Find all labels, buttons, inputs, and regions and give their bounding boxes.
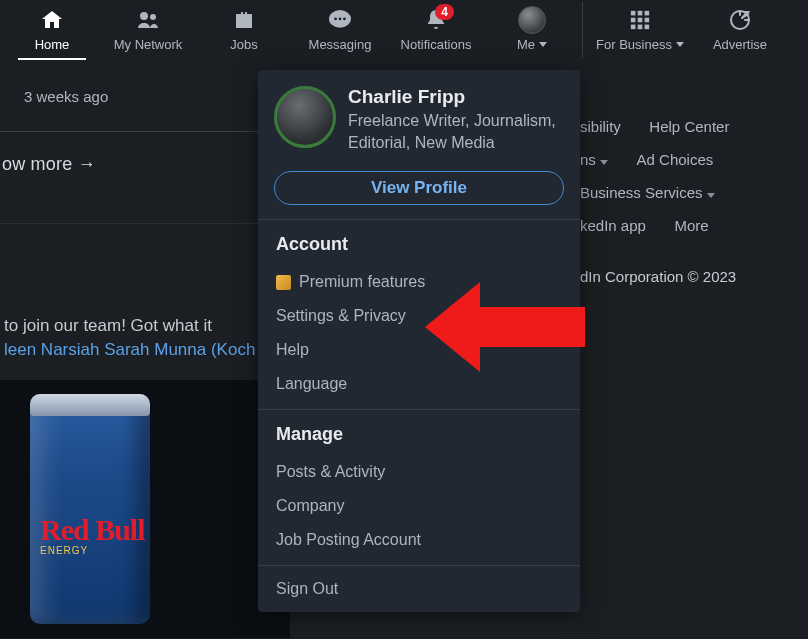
copyright-text: dIn Corporation © 2023 [580,242,736,285]
menu-settings-privacy[interactable]: Settings & Privacy [276,299,562,333]
nav-jobs[interactable]: Jobs [196,0,292,58]
nav-business[interactable]: For Business [585,0,695,58]
footer-link[interactable]: Business Services [580,184,715,201]
profile-name: Charlie Fripp [348,86,564,108]
footer-link[interactable]: kedIn app [580,217,646,234]
svg-point-3 [334,17,337,20]
nav-advertise[interactable]: Advertise [695,0,785,58]
view-profile-button[interactable]: View Profile [274,171,564,205]
svg-point-0 [140,12,148,20]
profile-avatar [274,86,336,148]
nav-label: Notifications [401,37,472,52]
network-icon [135,7,161,33]
svg-rect-6 [631,10,636,15]
nav-messaging[interactable]: Messaging [292,0,388,58]
menu-language[interactable]: Language [276,367,562,401]
post-line: to join our team! Got what it [4,316,212,335]
top-nav: Home My Network Jobs Messaging 4 Notific… [0,0,808,68]
svg-rect-11 [645,17,650,22]
svg-rect-8 [645,10,650,15]
footer-link[interactable]: Help Center [649,118,729,135]
nav-divider [582,2,583,58]
footer-link[interactable]: More [674,217,708,234]
nav-label: Me [517,37,547,52]
manage-section: Manage Posts & Activity Company Job Post… [258,410,580,565]
svg-rect-14 [645,24,650,29]
chevron-down-icon [676,42,684,47]
nav-label: Messaging [309,37,372,52]
svg-point-5 [343,17,346,20]
post-text: to join our team! Got what it leen Narsi… [0,224,290,362]
product-can: Red Bull ENERGY [30,394,150,624]
section-heading: Manage [276,424,562,445]
footer-link[interactable]: ns [580,151,608,168]
nav-me[interactable]: Me [484,0,580,58]
chevron-down-icon [707,193,715,198]
profile-headline: Freelance Writer, Journalism, Editorial,… [348,110,564,153]
can-brand: Red Bull [30,513,150,547]
briefcase-icon [231,7,257,33]
section-heading: Account [276,234,562,255]
nav-label: My Network [114,37,183,52]
svg-rect-9 [631,17,636,22]
menu-company[interactable]: Company [276,489,562,523]
menu-posts-activity[interactable]: Posts & Activity [276,455,562,489]
footer-links: sibility Help Center ns Ad Choices Busin… [580,110,736,285]
account-section: Account Premium features Settings & Priv… [258,220,580,409]
chevron-down-icon [600,160,608,165]
post-image[interactable]: Red Bull ENERGY [0,380,290,638]
nav-network[interactable]: My Network [100,0,196,58]
can-tagline: ENERGY [40,545,88,556]
nav-label: Advertise [713,37,767,52]
nav-label: Jobs [230,37,257,52]
menu-help[interactable]: Help [276,333,562,367]
target-icon [728,7,752,33]
show-more-button[interactable]: ow more → [0,132,290,197]
svg-point-4 [339,17,342,20]
avatar-icon [518,7,546,33]
footer-link[interactable]: sibility [580,118,621,135]
nav-label: For Business [596,37,684,52]
home-icon [39,7,65,33]
post-mention-link[interactable]: leen Narsiah Sarah Munna (Koch [4,340,255,359]
nav-label: Home [35,37,70,52]
menu-premium[interactable]: Premium features [276,265,562,299]
svg-point-1 [150,14,156,20]
svg-rect-7 [638,10,643,15]
notification-badge: 4 [435,4,454,20]
nav-home[interactable]: Home [4,0,100,58]
chevron-down-icon [539,42,547,47]
footer-link[interactable]: Ad Choices [637,151,714,168]
dropdown-header[interactable]: Charlie Fripp Freelance Writer, Journali… [258,70,580,165]
me-dropdown: Charlie Fripp Freelance Writer, Journali… [258,70,580,612]
feed-fragment: 3 weeks ago ow more → to join our team! … [0,68,290,638]
post-timestamp: 3 weeks ago [0,68,290,105]
svg-rect-12 [631,24,636,29]
grid-icon [629,7,651,33]
menu-sign-out[interactable]: Sign Out [258,566,580,612]
premium-icon [276,275,291,290]
chat-icon [326,7,354,33]
menu-job-posting[interactable]: Job Posting Account [276,523,562,557]
svg-rect-10 [638,17,643,22]
svg-rect-13 [638,24,643,29]
nav-notifications[interactable]: 4 Notifications [388,0,484,58]
